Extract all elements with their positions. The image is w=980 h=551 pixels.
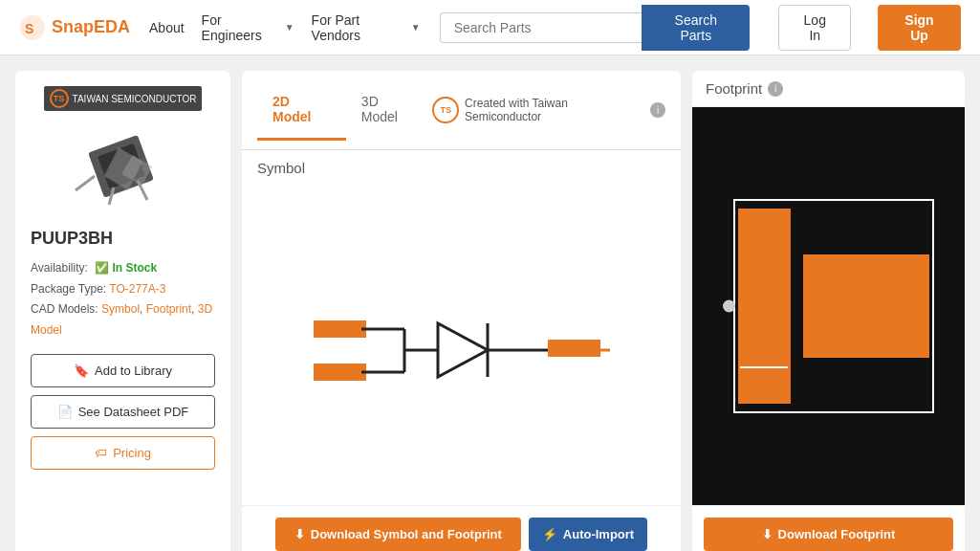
package-link[interactable]: TO-277A-3 — [109, 282, 165, 296]
svg-marker-15 — [438, 323, 488, 377]
svg-rect-11 — [314, 364, 366, 381]
main-content: TS TAIWAN SEMICONDUCTOR PUUP3BH Availabi… — [0, 55, 980, 551]
library-icon: 🔖 — [74, 364, 89, 378]
svg-rect-18 — [548, 340, 600, 357]
svg-line-6 — [76, 176, 95, 190]
center-panel: 2D Model 3D Model TS Created with Taiwan… — [242, 71, 681, 551]
model-tabs: 2D Model 3D Model — [257, 80, 432, 140]
download-fp-icon: ⬇ — [762, 527, 773, 541]
tag-icon: 🏷 — [95, 446, 107, 460]
footprint-panel: Footprint i ⬇ — [692, 71, 965, 551]
main-nav: About For Engineers ▼ For Part Vendors ▼ — [149, 12, 421, 43]
brand-badge: TS TAIWAN SEMICONDUCTOR — [44, 86, 203, 111]
search-bar: Search Parts — [440, 5, 751, 51]
svg-text:S: S — [25, 21, 33, 36]
tab-3d-model[interactable]: 3D Model — [346, 80, 433, 141]
header: S SnapEDA About For Engineers ▼ For Part… — [0, 0, 980, 55]
search-input[interactable] — [440, 12, 642, 43]
snapeda-logo-icon: S — [19, 14, 46, 41]
panel-footer: ⬇ Download Symbol and Footprint ⚡ Auto-I… — [242, 505, 681, 551]
nav-about[interactable]: About — [149, 20, 185, 35]
see-datasheet-button[interactable]: 📄 See Datasheet PDF — [31, 395, 215, 429]
symbol-label-row: Symbol — [242, 150, 681, 180]
nav-for-engineers[interactable]: For Engineers ▼ — [202, 12, 294, 43]
download-symbol-footprint-button[interactable]: ⬇ Download Symbol and Footprint — [275, 518, 521, 551]
symbol-diagram — [314, 239, 610, 430]
fp-cutout-top — [803, 209, 929, 254]
cad-symbol-link[interactable]: Symbol — [101, 302, 140, 316]
tab-2d-model[interactable]: 2D Model — [257, 80, 346, 141]
pricing-button[interactable]: 🏷 Pricing — [31, 436, 215, 470]
download-footprint-button[interactable]: ⬇ Download Footprint — [704, 518, 953, 551]
logo[interactable]: S SnapEDA — [19, 14, 130, 41]
download-icon: ⬇ — [294, 527, 305, 541]
info-icon[interactable]: i — [650, 102, 665, 118]
panel-header: 2D Model 3D Model TS Created with Taiwan… — [242, 71, 681, 149]
chevron-down-icon: ▼ — [411, 22, 421, 33]
fp-left-pad — [738, 209, 791, 404]
login-button[interactable]: Log In — [778, 5, 851, 51]
auto-import-button[interactable]: ⚡ Auto-Import — [529, 518, 647, 551]
footer-buttons: ⬇ Download Symbol and Footprint ⚡ Auto-I… — [275, 518, 647, 551]
part-number: PUUP3BH — [31, 229, 215, 249]
logo-text: SnapEDA — [52, 17, 130, 37]
signup-button[interactable]: Sign Up — [878, 5, 961, 51]
bolt-icon: ⚡ — [542, 527, 557, 541]
cad-footprint-link[interactable]: Footprint — [146, 302, 191, 316]
chevron-down-icon: ▼ — [285, 22, 294, 33]
footprint-info-icon[interactable]: i — [768, 81, 783, 97]
footprint-view — [692, 107, 965, 505]
footprint-canvas — [719, 191, 939, 421]
pdf-icon: 📄 — [57, 405, 73, 419]
ts-logo: TS — [50, 89, 69, 108]
symbol-area — [242, 180, 681, 505]
nav-for-vendors[interactable]: For Part Vendors ▼ — [312, 12, 421, 43]
fp-pin1-marker — [723, 300, 735, 313]
search-button[interactable]: Search Parts — [642, 5, 750, 51]
sidebar-actions: 🔖 Add to Library 📄 See Datasheet PDF 🏷 P… — [31, 354, 215, 470]
fp-ref-line — [740, 366, 788, 368]
ts-credit: TS Created with Taiwan Semiconductor i — [432, 97, 665, 123]
svg-rect-9 — [314, 320, 366, 338]
part-chip-image — [66, 119, 181, 214]
add-to-library-button[interactable]: 🔖 Add to Library — [31, 354, 215, 387]
fp-cutout-bottom — [803, 358, 929, 404]
part-image: TS TAIWAN SEMICONDUCTOR — [31, 86, 215, 217]
footprint-footer: ⬇ Download Footprint Downloaded 8 times — [692, 505, 965, 551]
part-sidebar: TS TAIWAN SEMICONDUCTOR PUUP3BH Availabi… — [15, 71, 230, 551]
footprint-header: Footprint i — [692, 71, 965, 107]
ts-credit-logo: TS — [432, 97, 459, 123]
part-meta: Availability: ✅ In Stock Package Type: T… — [31, 258, 215, 341]
